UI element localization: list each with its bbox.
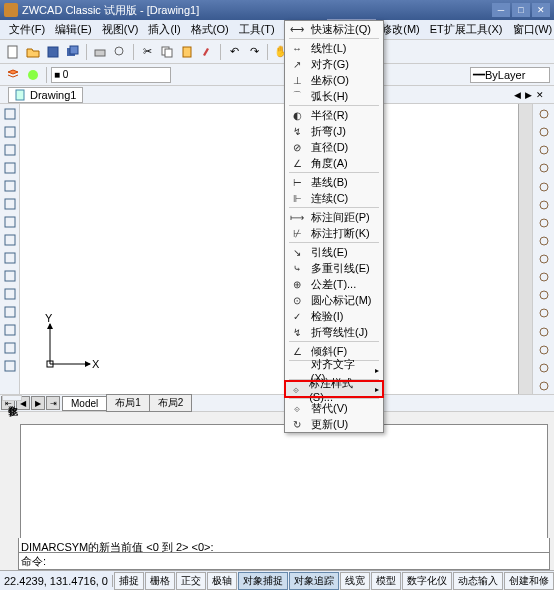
dim-menu-item-9[interactable]: ⊘直径(D) [285, 139, 383, 155]
chamfer-icon[interactable] [535, 342, 553, 358]
copy-icon[interactable] [158, 43, 176, 61]
array-icon[interactable] [535, 179, 553, 195]
pline-icon[interactable] [2, 124, 18, 140]
trim-icon[interactable] [535, 269, 553, 285]
dim-menu-item-4[interactable]: ⊥坐标(O) [285, 72, 383, 88]
tab-nav-left[interactable]: ◀ [512, 90, 523, 100]
status-线宽[interactable]: 线宽 [340, 572, 370, 590]
dim-menu-item-10[interactable]: ∠角度(A) [285, 155, 383, 171]
layer-combo[interactable]: ■ 0 [51, 67, 171, 83]
left-panel-label[interactable]: 参数化 [2, 395, 22, 401]
layout1-tab[interactable]: 布局1 [106, 394, 150, 412]
open-icon[interactable] [24, 43, 42, 61]
dim-menu-item-7[interactable]: ◐半径(R) [285, 107, 383, 123]
menu-1[interactable]: 编辑(E) [50, 20, 97, 39]
status-创建和修[interactable]: 创建和修 [504, 572, 554, 590]
status-对象追踪[interactable]: 对象追踪 [289, 572, 339, 590]
dim-menu-item-15[interactable]: ⟼标注间距(P) [285, 209, 383, 225]
status-动态输入[interactable]: 动态输入 [453, 572, 503, 590]
dim-menu-item-3[interactable]: ↗对齐(G) [285, 56, 383, 72]
match-icon[interactable] [198, 43, 216, 61]
scale-icon[interactable] [535, 233, 553, 249]
dim-menu-item-23[interactable]: ↯折弯线性(J) [285, 324, 383, 340]
text-icon[interactable] [2, 304, 18, 320]
undo-icon[interactable]: ↶ [225, 43, 243, 61]
paste-icon[interactable] [178, 43, 196, 61]
dim-menu-item-5[interactable]: ⌒弧长(H) [285, 88, 383, 104]
offset-icon[interactable] [535, 160, 553, 176]
dim-menu-item-29[interactable]: ⟐标注样式(S)...▸ [285, 381, 383, 397]
circle-icon[interactable] [2, 142, 18, 158]
spline-icon[interactable] [2, 232, 18, 248]
hatch-icon[interactable] [2, 268, 18, 284]
dim-menu-item-32[interactable]: ↻更新(U) [285, 416, 383, 432]
tab-next-icon[interactable]: ▶ [31, 396, 45, 410]
region-icon[interactable] [2, 286, 18, 302]
status-数字化仪[interactable]: 数字化仪 [402, 572, 452, 590]
status-捕捉[interactable]: 捕捉 [114, 572, 144, 590]
rect-icon[interactable] [2, 178, 18, 194]
status-对象捕捉[interactable]: 对象捕捉 [238, 572, 288, 590]
model-tab[interactable]: Model [62, 396, 107, 411]
status-模型[interactable]: 模型 [371, 572, 401, 590]
dim-menu-item-12[interactable]: ⊢基线(B) [285, 174, 383, 190]
menu-10[interactable]: 窗口(W) [508, 20, 554, 39]
dim-menu-item-20[interactable]: ⊕公差(T)... [285, 276, 383, 292]
fillet-icon[interactable] [535, 360, 553, 376]
layer-mgr-icon[interactable] [4, 66, 22, 84]
redo-icon[interactable]: ↷ [245, 43, 263, 61]
dim-menu-item-2[interactable]: ↔线性(L) [285, 40, 383, 56]
plot-icon[interactable] [91, 43, 109, 61]
break-icon[interactable] [535, 305, 553, 321]
rotate-icon[interactable] [535, 215, 553, 231]
dim-menu-item-0[interactable]: ⟷快速标注(Q) [285, 21, 383, 37]
new-icon[interactable] [4, 43, 22, 61]
move-icon[interactable] [535, 197, 553, 213]
drawing-canvas[interactable]: X Y [20, 104, 518, 394]
mirror-icon[interactable] [535, 142, 553, 158]
ellipse-icon[interactable] [2, 196, 18, 212]
tab-close-icon[interactable]: ✕ [534, 90, 546, 100]
dim-menu-item-16[interactable]: ⊬标注打断(K) [285, 225, 383, 241]
line-icon[interactable] [2, 106, 18, 122]
menu-4[interactable]: 格式(O) [186, 20, 234, 39]
tab-last-icon[interactable]: ⇥ [46, 396, 60, 410]
dim-menu-item-21[interactable]: ⊙圆心标记(M) [285, 292, 383, 308]
status-栅格[interactable]: 栅格 [145, 572, 175, 590]
save-icon[interactable] [44, 43, 62, 61]
dim-menu-item-19[interactable]: ⤷多重引线(E) [285, 260, 383, 276]
arc-icon[interactable] [2, 160, 18, 176]
copy-icon[interactable] [535, 124, 553, 140]
cut-icon[interactable]: ✂ [138, 43, 156, 61]
status-正交[interactable]: 正交 [176, 572, 206, 590]
extend-icon[interactable] [535, 287, 553, 303]
stretch-icon[interactable] [535, 251, 553, 267]
layout2-tab[interactable]: 布局2 [149, 394, 193, 412]
minimize-button[interactable]: ─ [492, 3, 510, 17]
status-极轴[interactable]: 极轴 [207, 572, 237, 590]
document-tab[interactable]: Drawing1 [8, 87, 83, 103]
dim-menu-item-22[interactable]: ✓检验(I) [285, 308, 383, 324]
menu-9[interactable]: ET扩展工具(X) [425, 20, 508, 39]
block-icon[interactable] [2, 358, 18, 374]
dim-menu-item-13[interactable]: ⊩连续(C) [285, 190, 383, 206]
saveall-icon[interactable] [64, 43, 82, 61]
menu-5[interactable]: 工具(T) [234, 20, 280, 39]
join-icon[interactable] [535, 324, 553, 340]
layer-a-icon[interactable] [24, 66, 42, 84]
point-icon[interactable] [2, 250, 18, 266]
preview-icon[interactable] [111, 43, 129, 61]
dim-menu-item-8[interactable]: ↯折弯(J) [285, 123, 383, 139]
explode-icon[interactable] [535, 378, 553, 394]
menu-3[interactable]: 插入(I) [143, 20, 185, 39]
erase-icon[interactable] [535, 106, 553, 122]
close-button[interactable]: ✕ [532, 3, 550, 17]
linetype-combo[interactable]: ━━ ByLayer [470, 67, 550, 83]
menu-2[interactable]: 视图(V) [97, 20, 144, 39]
earc-icon[interactable] [2, 214, 18, 230]
menu-0[interactable]: 文件(F) [4, 20, 50, 39]
dim-menu-item-18[interactable]: ↘引线(E) [285, 244, 383, 260]
mtext-icon[interactable] [2, 322, 18, 338]
vertical-scrollbar[interactable] [518, 104, 532, 394]
command-input[interactable]: 命令: [18, 552, 550, 570]
